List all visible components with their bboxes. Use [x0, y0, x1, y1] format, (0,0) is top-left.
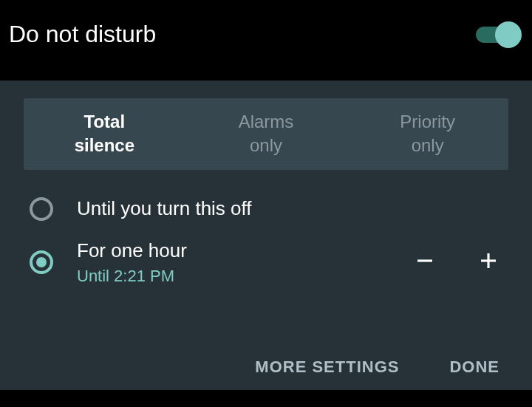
option-label: For one hour	[77, 239, 187, 262]
mode-tabs: Total silence Alarms only Priority only	[24, 98, 508, 170]
option-label: Until you turn this off	[77, 197, 252, 220]
tab-label-line: Priority	[352, 110, 502, 134]
tab-priority-only[interactable]: Priority only	[347, 98, 508, 170]
duration-options: Until you turn this off For one hour Unt…	[24, 188, 508, 286]
tab-alarms-only[interactable]: Alarms only	[185, 98, 347, 170]
decrease-button[interactable]	[414, 250, 436, 275]
option-sublabel: Until 2:21 PM	[77, 267, 187, 286]
plus-icon	[477, 250, 499, 272]
option-for-duration[interactable]: For one hour Until 2:21 PM	[30, 239, 508, 286]
footer-actions: MORE SETTINGS DONE	[255, 358, 499, 377]
option-texts: Until you turn this off	[77, 197, 252, 220]
radio-unselected-icon[interactable]	[30, 197, 53, 221]
header: Do not disturb	[0, 0, 532, 81]
tab-label-line: Total	[30, 110, 180, 134]
tab-label-line: Alarms	[191, 110, 341, 134]
tab-label-line: only	[352, 134, 502, 157]
increase-button[interactable]	[477, 250, 499, 275]
more-settings-button[interactable]: MORE SETTINGS	[255, 358, 399, 377]
done-button[interactable]: DONE	[449, 358, 499, 377]
option-texts: For one hour Until 2:21 PM	[77, 239, 187, 286]
page-title: Do not disturb	[9, 21, 156, 48]
tab-label-line: only	[191, 134, 341, 157]
radio-selected-icon[interactable]	[30, 250, 53, 274]
minus-icon	[414, 250, 436, 272]
tab-label-line: silence	[30, 134, 180, 157]
main-panel: Total silence Alarms only Priority only …	[0, 81, 532, 390]
toggle-thumb	[495, 21, 522, 48]
option-until-off[interactable]: Until you turn this off	[30, 188, 508, 230]
tab-total-silence[interactable]: Total silence	[24, 98, 185, 170]
duration-steppers	[414, 250, 508, 275]
dnd-toggle[interactable]	[476, 27, 517, 43]
